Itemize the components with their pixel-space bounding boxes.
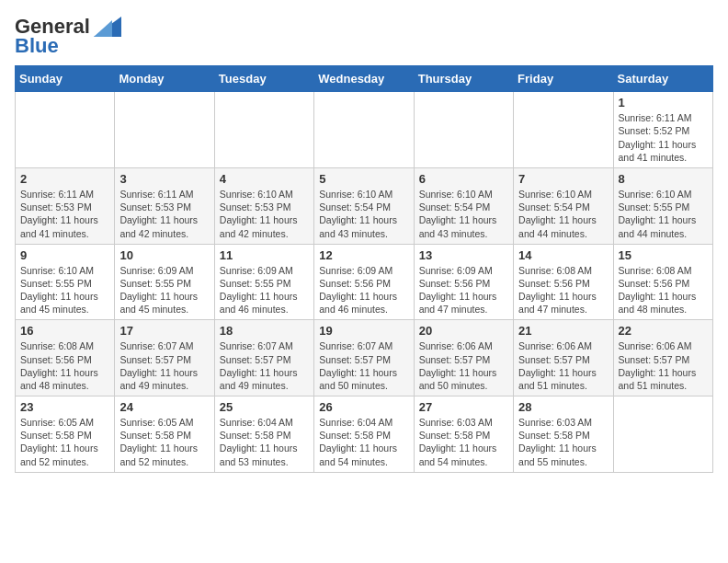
calendar-cell: 26Sunrise: 6:04 AM Sunset: 5:58 PM Dayli…: [314, 396, 414, 473]
day-header-monday: Monday: [115, 66, 214, 92]
day-info: Sunrise: 6:11 AM Sunset: 5:52 PM Dayligh…: [619, 111, 708, 164]
day-header-sunday: Sunday: [16, 66, 115, 92]
calendar-cell: 23Sunrise: 6:05 AM Sunset: 5:58 PM Dayli…: [16, 396, 115, 473]
day-info: Sunrise: 6:07 AM Sunset: 5:57 PM Dayligh…: [319, 339, 408, 392]
calendar-cell: 14Sunrise: 6:08 AM Sunset: 5:56 PM Dayli…: [514, 244, 613, 320]
calendar-cell: [16, 92, 115, 168]
day-number: 9: [20, 248, 109, 262]
day-info: Sunrise: 6:10 AM Sunset: 5:54 PM Dayligh…: [518, 188, 608, 240]
day-info: Sunrise: 6:10 AM Sunset: 5:55 PM Dayligh…: [20, 264, 109, 316]
calendar-week-row: 1Sunrise: 6:11 AM Sunset: 5:52 PM Daylig…: [16, 92, 713, 168]
calendar-cell: 22Sunrise: 6:06 AM Sunset: 5:57 PM Dayli…: [613, 320, 712, 396]
calendar-cell: 11Sunrise: 6:09 AM Sunset: 5:55 PM Dayli…: [214, 244, 313, 320]
calendar-cell: 17Sunrise: 6:07 AM Sunset: 5:57 PM Dayli…: [115, 320, 214, 396]
day-number: 15: [619, 248, 708, 262]
day-info: Sunrise: 6:03 AM Sunset: 5:58 PM Dayligh…: [419, 416, 508, 468]
calendar-cell: [314, 92, 414, 168]
calendar-cell: 21Sunrise: 6:06 AM Sunset: 5:57 PM Dayli…: [514, 320, 613, 396]
day-info: Sunrise: 6:09 AM Sunset: 5:56 PM Dayligh…: [419, 264, 508, 316]
day-number: 7: [518, 172, 608, 186]
day-number: 19: [319, 324, 408, 338]
page-header: General Blue: [15, 15, 713, 58]
day-number: 11: [220, 248, 309, 262]
logo: General Blue: [15, 15, 121, 58]
day-number: 17: [119, 324, 209, 338]
calendar-cell: 1Sunrise: 6:11 AM Sunset: 5:52 PM Daylig…: [613, 92, 712, 168]
calendar-cell: 4Sunrise: 6:10 AM Sunset: 5:53 PM Daylig…: [214, 167, 313, 244]
day-info: Sunrise: 6:08 AM Sunset: 5:56 PM Dayligh…: [20, 339, 109, 392]
day-info: Sunrise: 6:05 AM Sunset: 5:58 PM Dayligh…: [20, 416, 109, 468]
day-info: Sunrise: 6:05 AM Sunset: 5:58 PM Dayligh…: [119, 416, 209, 468]
day-number: 12: [319, 248, 408, 262]
day-number: 16: [20, 324, 109, 338]
day-info: Sunrise: 6:10 AM Sunset: 5:54 PM Dayligh…: [419, 188, 508, 240]
svg-marker-1: [94, 20, 112, 37]
day-header-tuesday: Tuesday: [214, 66, 313, 92]
calendar-week-row: 9Sunrise: 6:10 AM Sunset: 5:55 PM Daylig…: [16, 244, 713, 320]
calendar-cell: 2Sunrise: 6:11 AM Sunset: 5:53 PM Daylig…: [16, 167, 115, 244]
day-info: Sunrise: 6:06 AM Sunset: 5:57 PM Dayligh…: [518, 339, 608, 392]
calendar-cell: 9Sunrise: 6:10 AM Sunset: 5:55 PM Daylig…: [16, 244, 115, 320]
day-info: Sunrise: 6:10 AM Sunset: 5:53 PM Dayligh…: [220, 188, 309, 240]
day-number: 10: [119, 248, 209, 262]
calendar-week-row: 23Sunrise: 6:05 AM Sunset: 5:58 PM Dayli…: [16, 396, 713, 473]
day-info: Sunrise: 6:07 AM Sunset: 5:57 PM Dayligh…: [119, 339, 209, 392]
day-number: 22: [619, 324, 708, 338]
logo-icon: [94, 17, 121, 37]
day-header-friday: Friday: [514, 66, 613, 92]
day-number: 8: [619, 172, 708, 186]
calendar-cell: 8Sunrise: 6:10 AM Sunset: 5:55 PM Daylig…: [613, 167, 712, 244]
day-header-saturday: Saturday: [613, 66, 712, 92]
day-info: Sunrise: 6:08 AM Sunset: 5:56 PM Dayligh…: [518, 264, 608, 316]
day-number: 6: [419, 172, 508, 186]
calendar-cell: [115, 92, 214, 168]
day-number: 3: [119, 172, 209, 186]
day-number: 13: [419, 248, 508, 262]
day-info: Sunrise: 6:09 AM Sunset: 5:56 PM Dayligh…: [319, 264, 408, 316]
day-info: Sunrise: 6:09 AM Sunset: 5:55 PM Dayligh…: [119, 264, 209, 316]
calendar-cell: 13Sunrise: 6:09 AM Sunset: 5:56 PM Dayli…: [414, 244, 513, 320]
day-number: 28: [518, 400, 608, 414]
day-number: 14: [518, 248, 608, 262]
calendar-header-row: SundayMondayTuesdayWednesdayThursdayFrid…: [16, 66, 713, 92]
day-number: 24: [119, 400, 209, 414]
day-number: 20: [419, 324, 508, 338]
day-number: 2: [20, 172, 109, 186]
calendar-cell: 6Sunrise: 6:10 AM Sunset: 5:54 PM Daylig…: [414, 167, 513, 244]
day-number: 25: [220, 400, 309, 414]
calendar-week-row: 16Sunrise: 6:08 AM Sunset: 5:56 PM Dayli…: [16, 320, 713, 396]
calendar-cell: 3Sunrise: 6:11 AM Sunset: 5:53 PM Daylig…: [115, 167, 214, 244]
calendar-week-row: 2Sunrise: 6:11 AM Sunset: 5:53 PM Daylig…: [16, 167, 713, 244]
calendar-cell: [514, 92, 613, 168]
logo-blue: Blue: [15, 34, 59, 58]
day-info: Sunrise: 6:10 AM Sunset: 5:55 PM Dayligh…: [619, 188, 708, 240]
calendar-cell: [214, 92, 313, 168]
calendar-cell: 16Sunrise: 6:08 AM Sunset: 5:56 PM Dayli…: [16, 320, 115, 396]
day-info: Sunrise: 6:04 AM Sunset: 5:58 PM Dayligh…: [220, 416, 309, 468]
calendar-cell: 19Sunrise: 6:07 AM Sunset: 5:57 PM Dayli…: [314, 320, 414, 396]
calendar-cell: 5Sunrise: 6:10 AM Sunset: 5:54 PM Daylig…: [314, 167, 414, 244]
calendar-cell: [613, 396, 712, 473]
day-info: Sunrise: 6:07 AM Sunset: 5:57 PM Dayligh…: [220, 339, 309, 392]
calendar-cell: 20Sunrise: 6:06 AM Sunset: 5:57 PM Dayli…: [414, 320, 513, 396]
day-info: Sunrise: 6:10 AM Sunset: 5:54 PM Dayligh…: [319, 188, 408, 240]
calendar-cell: 27Sunrise: 6:03 AM Sunset: 5:58 PM Dayli…: [414, 396, 513, 473]
day-number: 21: [518, 324, 608, 338]
calendar-cell: 18Sunrise: 6:07 AM Sunset: 5:57 PM Dayli…: [214, 320, 313, 396]
day-number: 26: [319, 400, 408, 414]
day-info: Sunrise: 6:09 AM Sunset: 5:55 PM Dayligh…: [220, 264, 309, 316]
day-header-wednesday: Wednesday: [314, 66, 414, 92]
day-info: Sunrise: 6:06 AM Sunset: 5:57 PM Dayligh…: [619, 339, 708, 392]
day-number: 4: [220, 172, 309, 186]
day-info: Sunrise: 6:03 AM Sunset: 5:58 PM Dayligh…: [518, 416, 608, 468]
calendar-cell: 7Sunrise: 6:10 AM Sunset: 5:54 PM Daylig…: [514, 167, 613, 244]
day-info: Sunrise: 6:04 AM Sunset: 5:58 PM Dayligh…: [319, 416, 408, 468]
day-info: Sunrise: 6:08 AM Sunset: 5:56 PM Dayligh…: [619, 264, 708, 316]
day-number: 27: [419, 400, 508, 414]
day-number: 23: [20, 400, 109, 414]
day-number: 5: [319, 172, 408, 186]
day-info: Sunrise: 6:06 AM Sunset: 5:57 PM Dayligh…: [419, 339, 508, 392]
calendar-cell: 25Sunrise: 6:04 AM Sunset: 5:58 PM Dayli…: [214, 396, 313, 473]
calendar-cell: 28Sunrise: 6:03 AM Sunset: 5:58 PM Dayli…: [514, 396, 613, 473]
day-info: Sunrise: 6:11 AM Sunset: 5:53 PM Dayligh…: [20, 188, 109, 240]
